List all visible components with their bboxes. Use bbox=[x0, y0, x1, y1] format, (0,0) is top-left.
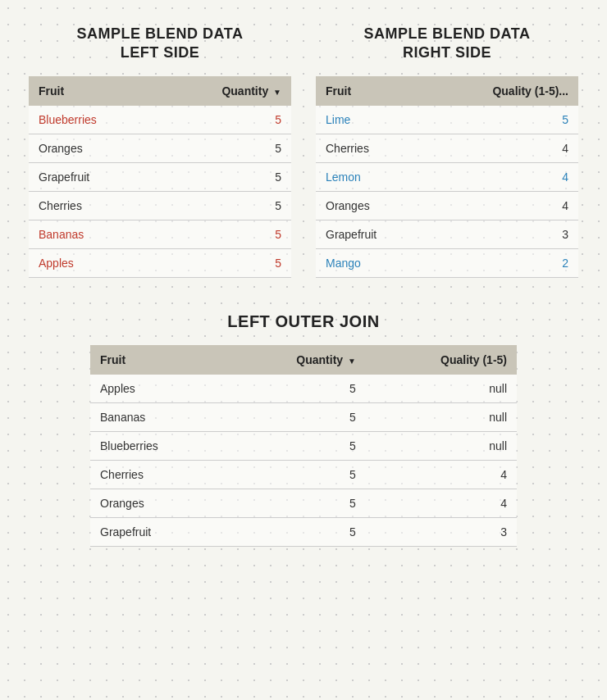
fruit-cell: Grapefruit bbox=[90, 517, 226, 546]
right-table: Fruit Quality (1-5)... Lime 5 Cherries 4… bbox=[316, 76, 578, 278]
join-table: Fruit Quantity ▼ Quality (1-5) Apples 5 … bbox=[90, 345, 517, 547]
fruit-cell: Oranges bbox=[316, 191, 427, 220]
right-col-quality: Quality (1-5)... bbox=[427, 76, 578, 106]
right-panel: SAMPLE BLEND DATARIGHT SIDE Fruit Qualit… bbox=[316, 25, 578, 278]
table-row: Blueberries 5 bbox=[29, 106, 291, 134]
table-row: Mango 2 bbox=[316, 248, 578, 277]
left-col-fruit: Fruit bbox=[29, 76, 159, 106]
table-row: Grapefruit 5 bbox=[29, 162, 291, 191]
table-row: Grapefruit 5 3 bbox=[90, 517, 517, 546]
fruit-cell: Grapefruit bbox=[316, 220, 427, 248]
sort-icon: ▼ bbox=[348, 357, 356, 366]
quantity-cell: 5 bbox=[226, 489, 365, 517]
quantity-cell: 5 bbox=[226, 517, 365, 546]
quality-cell: 4 bbox=[427, 134, 578, 162]
quantity-cell: 5 bbox=[226, 431, 365, 460]
table-row: Apples 5 bbox=[29, 248, 291, 277]
quantity-cell: 5 bbox=[159, 162, 291, 191]
quantity-cell: 5 bbox=[159, 248, 291, 277]
fruit-cell: Mango bbox=[316, 248, 427, 277]
bottom-section: LEFT OUTER JOIN Fruit Quantity ▼ Quality… bbox=[16, 311, 591, 547]
table-row: Bananas 5 null bbox=[90, 402, 517, 431]
table-row: Cherries 5 bbox=[29, 191, 291, 220]
fruit-cell: Lime bbox=[316, 106, 427, 134]
quantity-cell: 5 bbox=[159, 106, 291, 134]
fruit-cell: Cherries bbox=[316, 134, 427, 162]
join-col-quality: Quality (1-5) bbox=[366, 345, 517, 375]
quality-cell: null bbox=[366, 431, 517, 460]
table-row: Blueberries 5 null bbox=[90, 431, 517, 460]
table-row: Cherries 4 bbox=[316, 134, 578, 162]
quantity-cell: 5 bbox=[226, 402, 365, 431]
join-title: LEFT OUTER JOIN bbox=[227, 311, 379, 332]
quality-cell: 4 bbox=[366, 460, 517, 489]
fruit-cell: Grapefruit bbox=[29, 162, 159, 191]
top-section: SAMPLE BLEND DATALEFT SIDE Fruit Quantit… bbox=[16, 25, 591, 278]
quantity-cell: 5 bbox=[226, 460, 365, 489]
table-row: Lime 5 bbox=[316, 106, 578, 134]
sort-icon: ▼ bbox=[273, 88, 281, 97]
fruit-cell: Bananas bbox=[29, 220, 159, 248]
fruit-cell: Apples bbox=[90, 375, 226, 403]
left-table: Fruit Quantity ▼ Blueberries 5 Oranges 5… bbox=[29, 76, 291, 278]
table-row: Oranges 5 bbox=[29, 134, 291, 162]
left-col-quantity[interactable]: Quantity ▼ bbox=[159, 76, 291, 106]
table-row: Oranges 5 4 bbox=[90, 489, 517, 517]
join-col-fruit: Fruit bbox=[90, 345, 226, 375]
quality-cell: 4 bbox=[427, 191, 578, 220]
quality-cell: null bbox=[366, 402, 517, 431]
quality-cell: 5 bbox=[427, 106, 578, 134]
fruit-cell: Blueberries bbox=[29, 106, 159, 134]
quality-cell: 3 bbox=[366, 517, 517, 546]
fruit-cell: Bananas bbox=[90, 402, 226, 431]
table-row: Grapefruit 3 bbox=[316, 220, 578, 248]
table-row: Oranges 4 bbox=[316, 191, 578, 220]
quality-cell: null bbox=[366, 375, 517, 403]
fruit-cell: Lemon bbox=[316, 162, 427, 191]
quality-cell: 4 bbox=[427, 162, 578, 191]
quality-cell: 3 bbox=[427, 220, 578, 248]
fruit-cell: Cherries bbox=[29, 191, 159, 220]
fruit-cell: Oranges bbox=[90, 489, 226, 517]
quantity-cell: 5 bbox=[159, 191, 291, 220]
fruit-cell: Blueberries bbox=[90, 431, 226, 460]
table-row: Lemon 4 bbox=[316, 162, 578, 191]
right-col-fruit: Fruit bbox=[316, 76, 427, 106]
fruit-cell: Oranges bbox=[29, 134, 159, 162]
table-row: Bananas 5 bbox=[29, 220, 291, 248]
join-col-quantity[interactable]: Quantity ▼ bbox=[226, 345, 365, 375]
quality-cell: 4 bbox=[366, 489, 517, 517]
fruit-cell: Cherries bbox=[90, 460, 226, 489]
right-panel-title: SAMPLE BLEND DATARIGHT SIDE bbox=[316, 25, 578, 63]
table-row: Apples 5 null bbox=[90, 375, 517, 403]
quantity-cell: 5 bbox=[226, 375, 365, 403]
table-row: Cherries 5 4 bbox=[90, 460, 517, 489]
left-panel-title: SAMPLE BLEND DATALEFT SIDE bbox=[29, 25, 291, 63]
quantity-cell: 5 bbox=[159, 220, 291, 248]
quantity-cell: 5 bbox=[159, 134, 291, 162]
fruit-cell: Apples bbox=[29, 248, 159, 277]
quality-cell: 2 bbox=[427, 248, 578, 277]
left-panel: SAMPLE BLEND DATALEFT SIDE Fruit Quantit… bbox=[29, 25, 291, 278]
